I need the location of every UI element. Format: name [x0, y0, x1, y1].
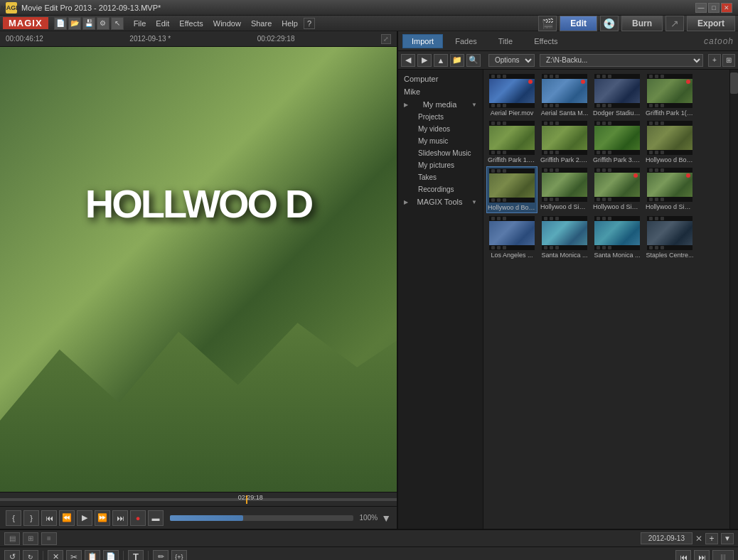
nav-up-button[interactable]: ▲	[434, 54, 448, 67]
new-button[interactable]: 📄	[54, 17, 67, 30]
options-select[interactable]: Options	[488, 54, 535, 67]
media-icon[interactable]: 🎬	[538, 16, 557, 31]
undo-button[interactable]: ↺	[4, 550, 20, 561]
media-item-7[interactable]: Hollywoo d Bowl 1...	[644, 119, 695, 165]
paste-button[interactable]: 📄	[103, 550, 119, 561]
maximize-button[interactable]: □	[708, 3, 720, 13]
timeline-add-button[interactable]: +	[705, 533, 718, 544]
timeline-arrow-button[interactable]: ▼	[721, 533, 734, 544]
media-item-10[interactable]: Hollywoo d Sign 3...	[592, 166, 643, 213]
media-item-14[interactable]: Santa Monica ...	[592, 215, 643, 260]
nav-folder-button[interactable]: 📁	[450, 54, 464, 67]
media-item-15[interactable]: Staples Centre...	[644, 215, 695, 260]
tree-mike[interactable]: Mike	[398, 85, 483, 98]
minimize-button[interactable]: —	[695, 3, 707, 13]
tree-mymedia-label: My media	[423, 100, 457, 109]
media-item-12[interactable]: Los Angeles ...	[486, 215, 538, 260]
nav-back-button[interactable]: ◀	[401, 54, 415, 67]
preview-scrubber[interactable]: 02:29:18	[0, 492, 397, 506]
track-options-button[interactable]: |||	[712, 550, 734, 561]
menu-file[interactable]: File	[129, 18, 151, 29]
media-item-5[interactable]: Griffith Park 2.m...	[539, 119, 590, 165]
tab-title[interactable]: Title	[489, 34, 522, 48]
step-back-button[interactable]: ⏮	[41, 510, 57, 526]
tree-myvideos[interactable]: My videos	[412, 123, 483, 135]
path-select[interactable]: Z:\N-Backu...	[540, 54, 703, 67]
tree-slideshowmusic[interactable]: Slideshow Music	[412, 147, 483, 159]
next-frame-button[interactable]: ⏩	[95, 510, 110, 526]
media-thumb-11	[647, 168, 692, 202]
menu-help[interactable]: Help	[277, 18, 302, 29]
record-button[interactable]: ●	[130, 510, 146, 526]
tree-magixtools[interactable]: MAGIX Tools ▼	[398, 195, 483, 208]
media-item-6[interactable]: Griffith Park 3.m...	[592, 119, 643, 165]
snap-button[interactable]: ▬	[148, 510, 164, 526]
export-button[interactable]: Export	[687, 16, 735, 31]
media-scrollbar[interactable]	[729, 70, 738, 529]
media-item-1[interactable]: Aerial Santa M...	[539, 72, 590, 118]
text-button[interactable]: T	[128, 550, 144, 561]
preview-expand-button[interactable]: ⤢	[381, 34, 391, 44]
disc-icon[interactable]: 💿	[600, 16, 619, 31]
settings-button[interactable]: ⚙	[97, 17, 109, 30]
media-label-2: Dodger Stadium...	[593, 109, 641, 117]
tab-effects[interactable]: Effects	[525, 34, 567, 48]
menu-effects[interactable]: Effects	[175, 18, 207, 29]
snap-tl-button[interactable]: {+}	[171, 550, 187, 561]
tree-mymusic[interactable]: My music	[412, 135, 483, 147]
timeline-view-btn[interactable]: ▤	[4, 532, 20, 545]
tree-mymedia[interactable]: My media ▼	[398, 98, 483, 111]
menu-help-icon[interactable]: ?	[304, 18, 315, 29]
tab-fades[interactable]: Fades	[446, 34, 486, 48]
prev-frame-button[interactable]: ⏪	[59, 510, 75, 526]
burn-button[interactable]: Burn	[621, 16, 663, 31]
goto-end-button[interactable]: ⏭	[694, 550, 710, 561]
play-button[interactable]: ▶	[77, 510, 92, 526]
mark-out-button[interactable]: }	[23, 510, 39, 526]
media-item-4[interactable]: Griffith Park 1.m...	[486, 119, 538, 165]
copy-button[interactable]: 📋	[85, 550, 100, 561]
menu-edit[interactable]: Edit	[151, 18, 173, 29]
media-item-0[interactable]: Aerial Pier.mov	[486, 72, 538, 118]
strip-bottom-14	[594, 245, 640, 250]
timeline-storyboard-btn[interactable]: ⊞	[23, 532, 38, 545]
edit-button[interactable]: Edit	[560, 16, 597, 31]
menu-window[interactable]: Window	[209, 18, 245, 29]
zoom-down-button[interactable]: ▼	[381, 512, 391, 524]
media-item-13[interactable]: Santa Monica ...	[539, 215, 590, 260]
playback-progress[interactable]	[170, 515, 353, 521]
close-button[interactable]: ✕	[721, 3, 732, 13]
media-item-11[interactable]: Hollywoo d Sign...	[644, 166, 695, 213]
tree-takes[interactable]: Takes	[412, 171, 483, 183]
timeline-list-btn[interactable]: ≡	[41, 532, 57, 545]
media-item-3[interactable]: Griffith Park 1(1)...	[644, 72, 695, 118]
view-add-button[interactable]: +	[708, 54, 721, 67]
redo-button[interactable]: ↻	[23, 550, 38, 561]
timeline-tab[interactable]: 2012-09-13	[641, 532, 692, 544]
timeline-close-button[interactable]: ✕	[695, 534, 702, 544]
nav-forward-button[interactable]: ▶	[417, 54, 432, 67]
media-item-2[interactable]: Dodger Stadium...	[592, 72, 643, 118]
tree-computer[interactable]: Computer	[398, 72, 483, 85]
scrollbar-thumb[interactable]	[730, 72, 738, 94]
arrow-tool[interactable]: ↖	[111, 17, 124, 30]
save-button[interactable]: 💾	[82, 17, 95, 30]
menu-share[interactable]: Share	[247, 18, 276, 29]
goto-start-button[interactable]: ⏮	[675, 550, 691, 561]
tree-projects[interactable]: Projects	[412, 111, 483, 123]
mark-in-button[interactable]: {	[6, 510, 21, 526]
search-button[interactable]: 🔍	[466, 54, 481, 67]
view-grid-button[interactable]: ⊞	[722, 54, 735, 67]
tree-recordings[interactable]: Recordings	[412, 183, 483, 195]
draw-button[interactable]: ✏	[153, 550, 169, 561]
step-forward-button[interactable]: ⏭	[112, 510, 128, 526]
export-icon[interactable]: ↗	[665, 16, 684, 31]
media-item-8[interactable]: Hollywoo d Bowl 4.mov	[486, 166, 538, 213]
tab-import[interactable]: Import	[402, 34, 443, 48]
media-thumb-0	[489, 74, 535, 108]
open-button[interactable]: 📂	[68, 17, 81, 30]
cut-button[interactable]: ✂	[66, 550, 82, 561]
delete-button[interactable]: ✕	[48, 550, 63, 561]
tree-mypictures[interactable]: My pictures	[412, 159, 483, 171]
media-item-9[interactable]: Hollywoo d Sign 2...	[539, 166, 590, 213]
